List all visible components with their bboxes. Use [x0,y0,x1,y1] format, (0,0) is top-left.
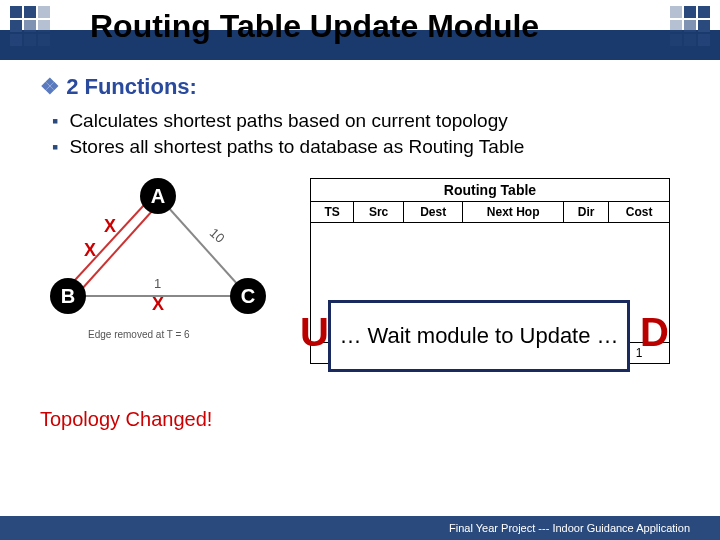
table-title: Routing Table [311,179,670,202]
col-ts: TS [311,202,354,223]
edge-label-bc: 1 [154,276,161,291]
node-a: A [140,178,176,214]
page-title: Routing Table Update Module [90,8,539,45]
corner-deco-left [10,6,50,46]
col-cost: Cost [609,202,670,223]
graph-caption: Edge removed at T = 6 [88,329,190,340]
bullet-item: Stores all shortest paths to database as… [74,136,680,158]
update-message-box: … Wait module to Update … [328,300,630,372]
update-letter-left: U [300,310,329,355]
col-dest: Dest [403,202,463,223]
node-b: B [50,278,86,314]
bullet-list: Calculates shortest paths based on curre… [40,110,680,158]
col-dir: Dir [563,202,608,223]
topology-changed-label: Topology Changed! [40,408,212,431]
x-mark-bc: X [152,294,164,315]
title-bar: Routing Table Update Module [0,0,720,60]
x-mark-ab1: X [104,216,116,237]
col-nexthop: Next Hop [463,202,563,223]
svg-line-2 [64,192,156,292]
corner-deco-right [670,6,710,46]
topology-graph: A B C 10 1 X X X Edge removed at T = 6 [40,178,300,338]
svg-line-0 [158,196,248,296]
section-heading: 2 Functions: [40,74,680,100]
bullet-item: Calculates shortest paths based on curre… [74,110,680,132]
update-letter-right: D [640,310,669,355]
footer-text: Final Year Project --- Indoor Guidance A… [449,522,690,534]
node-c: C [230,278,266,314]
footer-bar: Final Year Project --- Indoor Guidance A… [0,504,720,540]
col-src: Src [354,202,403,223]
x-mark-ab2: X [84,240,96,261]
